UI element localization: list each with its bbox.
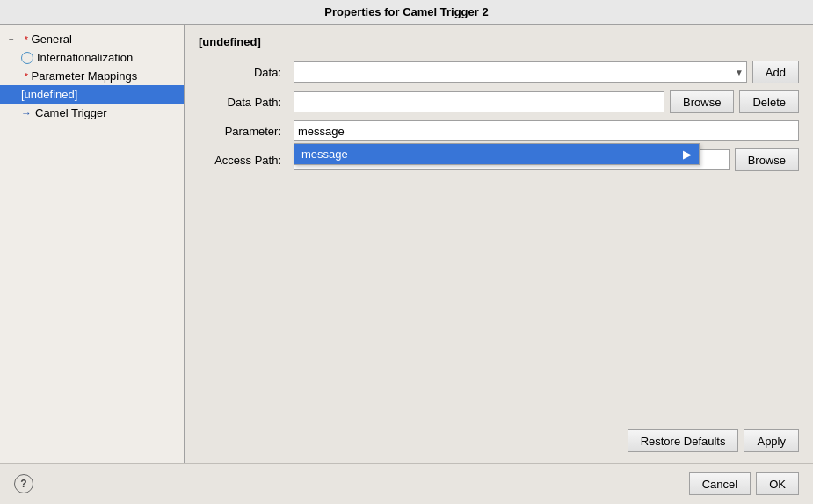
arrow-icon-camel-trigger: →	[21, 107, 32, 119]
content-area: [undefined] Data: ▼ Add Data Path: Brows…	[185, 25, 813, 463]
data-select-wrapper: ▼	[294, 61, 747, 83]
bottom-right: Cancel OK	[689, 472, 799, 495]
data-row: ▼ Add	[294, 61, 799, 83]
browse-data-path-button[interactable]: Browse	[670, 90, 734, 113]
dropdown-item-message-label: message	[301, 148, 348, 161]
ok-button[interactable]: OK	[756, 472, 799, 495]
parameter-label: Parameter:	[199, 125, 287, 138]
star-icon-parameter-mappings: *	[25, 71, 28, 82]
title-bar: Properties for Camel Trigger 2	[0, 0, 813, 25]
sidebar-label-internationalization: Internationalization	[37, 51, 133, 64]
help-button[interactable]: ?	[14, 474, 33, 493]
add-button[interactable]: Add	[752, 61, 799, 83]
sidebar-item-internationalization[interactable]: Internationalization	[0, 48, 184, 67]
expand-icon-general: −	[9, 34, 21, 44]
restore-apply-row: Restore Defaults Apply	[199, 429, 799, 452]
sidebar-label-general: General	[32, 32, 72, 46]
dialog-body: − * General Internationalization − * Par…	[0, 25, 813, 463]
parameter-row: message ▶	[294, 120, 799, 141]
data-path-row: Browse Delete	[294, 90, 799, 113]
data-label: Data:	[199, 66, 287, 79]
dropdown-item-message[interactable]: message ▶	[294, 144, 699, 164]
parameter-input-container: message ▶	[294, 120, 799, 141]
data-path-label: Data Path:	[199, 96, 287, 109]
content-spacer	[199, 171, 799, 429]
parameter-input[interactable]	[294, 120, 799, 141]
cancel-button[interactable]: Cancel	[689, 472, 751, 495]
delete-button[interactable]: Delete	[739, 90, 799, 113]
parameter-dropdown: message ▶	[294, 143, 700, 165]
browse-access-path-button[interactable]: Browse	[735, 148, 799, 171]
form-grid: Data: ▼ Add Data Path: Browse Delete Par…	[199, 61, 799, 171]
restore-defaults-button[interactable]: Restore Defaults	[628, 429, 739, 452]
section-title: [undefined]	[199, 35, 799, 48]
apply-button[interactable]: Apply	[744, 429, 799, 452]
bottom-bar: ? Cancel OK	[0, 463, 813, 504]
data-select[interactable]	[294, 61, 747, 83]
sidebar-label-undefined: [undefined]	[21, 88, 77, 101]
access-path-label: Access Path:	[199, 154, 287, 167]
sidebar-label-camel-trigger: Camel Trigger	[35, 106, 107, 119]
sidebar-item-camel-trigger[interactable]: → Camel Trigger	[0, 104, 184, 122]
sidebar-item-parameter-mappings[interactable]: − * Parameter Mappings	[0, 67, 184, 85]
expand-icon-parameter-mappings: −	[9, 71, 21, 81]
sidebar-label-parameter-mappings: Parameter Mappings	[32, 69, 138, 83]
data-path-input[interactable]	[294, 91, 664, 112]
sidebar-item-undefined[interactable]: [undefined]	[0, 85, 184, 104]
star-icon-general: *	[25, 34, 28, 45]
sidebar: − * General Internationalization − * Par…	[0, 25, 185, 463]
bottom-left: ?	[14, 474, 33, 493]
dialog-title: Properties for Camel Trigger 2	[324, 5, 488, 18]
cursor-indicator: ▶	[683, 148, 692, 161]
globe-icon	[21, 52, 33, 64]
sidebar-item-general[interactable]: − * General	[0, 30, 184, 48]
